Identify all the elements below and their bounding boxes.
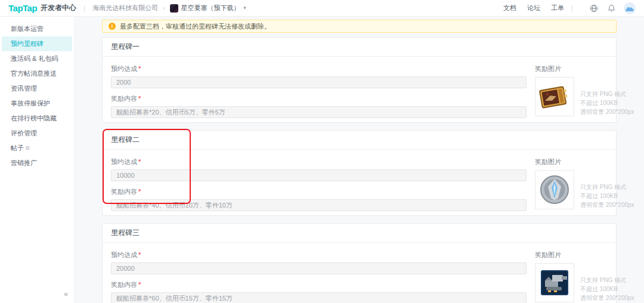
goal-label: 预约达成* [111, 64, 608, 73]
reward-image-gold-ticket [538, 80, 571, 113]
reward-image-label: 奖励图片 [535, 157, 634, 166]
reward-image-upload-box[interactable] [535, 170, 574, 209]
breadcrumb-chevron-icon: › [163, 5, 165, 11]
image-hint-text: 只支持 PNG 格式 不超过 100KB 透明背景 200*200px [580, 276, 634, 302]
reward-image-label: 奖励图片 [535, 251, 634, 259]
image-hint-text: 只支持 PNG 格式 不超过 100KB 透明背景 200*200px [580, 183, 634, 209]
milestone-3-title: 里程碑三 [103, 224, 616, 243]
reward-label: 奖励内容* [111, 280, 608, 289]
top-header: TapTap 开发者中心 | 海南光达科技有限公司 › 星空要塞（预下载） ▼ … [0, 0, 644, 17]
reward-image-silver-badge [538, 173, 571, 206]
sidebar-item-activation-codes[interactable]: 激活码 & 礼包码 [0, 51, 74, 66]
game-icon [170, 4, 178, 13]
goal-label: 预约达成* [111, 251, 608, 259]
sidebar-item-new-version-ops[interactable]: 新版本运营 [0, 21, 74, 36]
reward-label: 奖励内容* [111, 94, 608, 103]
sidebar-item-review-management[interactable]: 评价管理 [0, 126, 74, 141]
milestone-1-reward-input[interactable] [111, 106, 527, 118]
bell-icon[interactable] [608, 4, 615, 13]
milestone-card-1: 里程碑一 预约达成* 奖励内容* 奖励图片 [102, 37, 617, 123]
required-asterisk: * [138, 95, 141, 102]
required-asterisk: * [138, 158, 141, 165]
sidebar-collapse-button[interactable]: « [64, 290, 68, 298]
chevron-down-icon: ▼ [243, 5, 247, 11]
user-avatar[interactable] [624, 2, 636, 14]
milestone-2-title: 里程碑二 [103, 131, 616, 150]
reward-label: 奖励内容* [111, 187, 608, 196]
external-link-icon: ⧉ [26, 145, 29, 151]
nav-ticket[interactable]: 工单 [551, 4, 564, 13]
milestone-3-goal-input[interactable] [111, 262, 527, 274]
warning-icon: ! [109, 23, 116, 30]
warning-banner: ! 最多配置三档，审核通过的里程碑无法修改或删除。 [102, 20, 617, 33]
required-asterisk: * [138, 65, 141, 72]
sidebar-item-official-post-push[interactable]: 官方帖消息推送 [0, 66, 74, 81]
nav-docs[interactable]: 文档 [503, 4, 516, 13]
required-asterisk: * [138, 188, 141, 195]
company-name[interactable]: 海南光达科技有限公司 [92, 4, 158, 13]
milestone-1-title: 里程碑一 [103, 38, 616, 57]
milestone-card-3: 里程碑三 预约达成* 奖励内容* 奖励图片 [102, 223, 617, 303]
header-divider: | [83, 4, 85, 13]
milestone-card-2: 里程碑二 预约达成* 奖励内容* 奖励图片 [102, 130, 617, 216]
sidebar: 新版本运营 预约里程碑 激活码 & 礼包码 官方帖消息推送 资讯管理 事故停服保… [0, 17, 75, 303]
image-hint-text: 只支持 PNG 格式 不超过 100KB 透明背景 200*200px [580, 89, 634, 116]
globe-icon[interactable] [590, 4, 598, 13]
warning-text: 最多配置三档，审核通过的里程碑无法修改或删除。 [120, 22, 271, 31]
sidebar-item-marketing[interactable]: 营销推广 [0, 156, 74, 171]
required-asterisk: * [138, 281, 141, 288]
taptap-logo[interactable]: TapTap [8, 3, 37, 13]
reward-image-label: 奖励图片 [535, 64, 634, 73]
game-name: 星空要塞（预下载） [181, 4, 240, 13]
required-asterisk: * [138, 251, 141, 258]
milestone-1-goal-input[interactable] [111, 76, 527, 88]
header-divider: | [571, 4, 573, 13]
game-selector[interactable]: 星空要塞（预下载） ▼ [170, 4, 247, 13]
goal-label: 预约达成* [111, 157, 608, 166]
sidebar-item-news-management[interactable]: 资讯管理 [0, 81, 74, 96]
reward-image-upload-box[interactable] [535, 263, 574, 302]
sidebar-item-posts[interactable]: 帖子⧉ [0, 141, 74, 156]
milestone-3-reward-input[interactable] [111, 292, 527, 303]
sidebar-item-hide-in-ranking[interactable]: 在排行榜中隐藏 [0, 111, 74, 126]
sidebar-item-incident-protection[interactable]: 事故停服保护 [0, 96, 74, 111]
milestone-2-reward-input[interactable] [111, 199, 527, 211]
reward-image-upload-box[interactable] [535, 77, 574, 116]
reward-image-blue-turret [538, 266, 571, 299]
milestone-2-goal-input[interactable] [111, 169, 527, 181]
nav-forum[interactable]: 论坛 [527, 4, 540, 13]
developer-center-label: 开发者中心 [41, 3, 76, 13]
main-content: ! 最多配置三档，审核通过的里程碑无法修改或删除。 里程碑一 预约达成* 奖励内… [75, 17, 644, 303]
sidebar-item-reservation-milestone[interactable]: 预约里程碑 [2, 36, 72, 51]
